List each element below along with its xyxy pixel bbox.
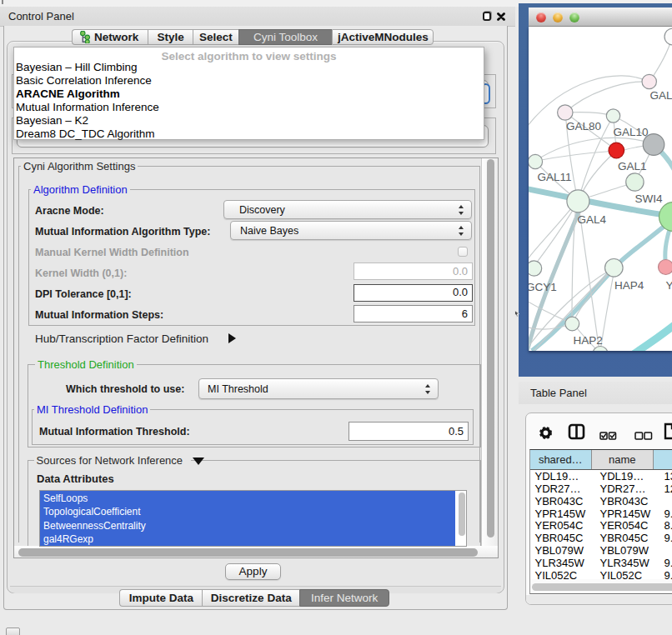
svg-text:GAL7: GAL7	[650, 89, 672, 102]
svg-text:GAL80: GAL80	[566, 120, 601, 132]
svg-text:GAL11: GAL11	[538, 171, 572, 183]
svg-text:YL: YL	[666, 279, 672, 292]
svg-text:GAL4: GAL4	[578, 213, 607, 226]
svg-text:GAL1: GAL1	[618, 160, 647, 172]
svg-text:GCY1: GCY1	[529, 281, 557, 293]
svg-text:GAL10: GAL10	[614, 126, 649, 138]
svg-text:HAP4: HAP4	[614, 279, 644, 292]
svg-text:HAP2: HAP2	[574, 334, 603, 347]
svg-text:SWI4: SWI4	[635, 192, 663, 205]
